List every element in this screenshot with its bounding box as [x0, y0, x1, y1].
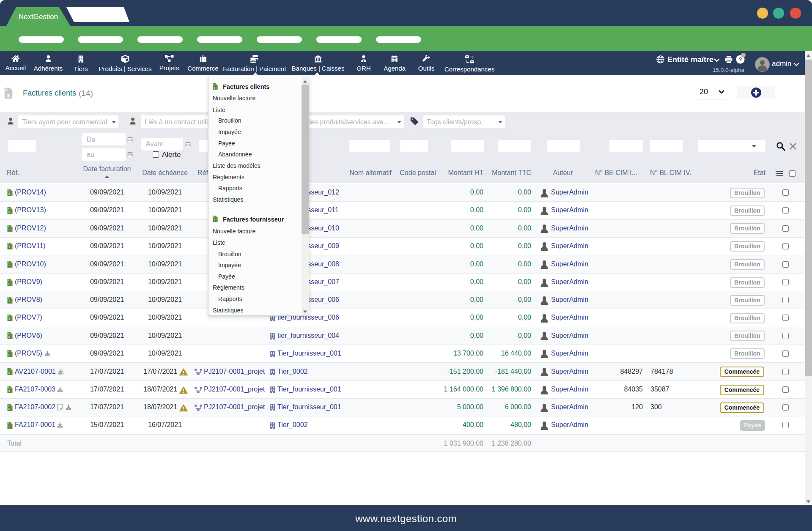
svg-text:$: $	[8, 336, 10, 338]
svg-text:$: $	[214, 87, 215, 89]
svg-text:$: $	[8, 264, 10, 267]
svg-text:$: $	[8, 353, 10, 356]
svg-text:$: $	[8, 425, 10, 428]
svg-text:$: $	[7, 93, 10, 98]
svg-text:$: $	[8, 300, 10, 303]
svg-text:$: $	[214, 219, 215, 222]
svg-text:$: $	[8, 390, 10, 392]
svg-text:$: $	[8, 211, 10, 213]
svg-text:$: $	[8, 408, 10, 410]
svg-text:$: $	[8, 318, 10, 320]
svg-text:$: $	[8, 228, 10, 231]
svg-text:$: $	[8, 246, 10, 249]
svg-text:$: $	[8, 193, 10, 195]
svg-text:$: $	[8, 282, 10, 285]
